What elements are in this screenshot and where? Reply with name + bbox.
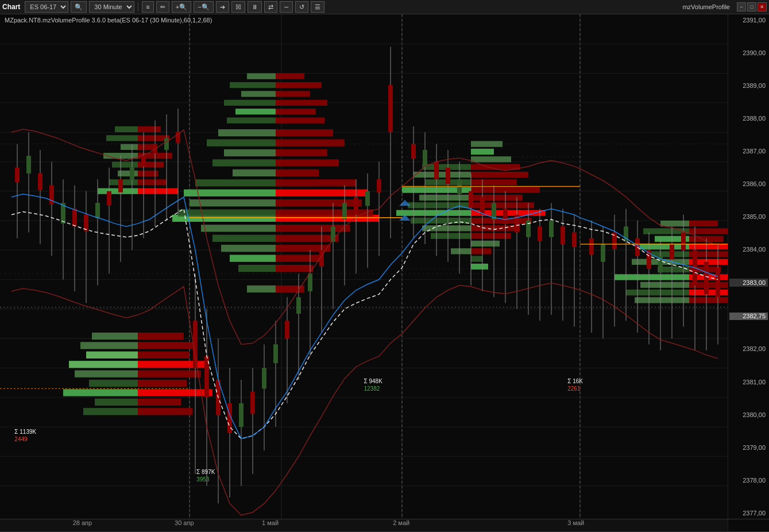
arrows-icon[interactable]: ⇄ xyxy=(264,1,277,13)
svg-rect-271 xyxy=(716,268,720,297)
price-current: 2382,75 xyxy=(729,313,768,319)
price-axis: 2391,00 2390,00 2389,00 2388,00 2387,00 … xyxy=(728,14,769,519)
chart-canvas xyxy=(0,14,728,519)
svg-rect-57 xyxy=(83,408,138,415)
svg-rect-76 xyxy=(276,159,339,166)
instrument-selector[interactable]: ES 06-17 xyxy=(25,1,68,13)
price-2378: 2378,00 xyxy=(729,477,768,484)
price-2377: 2377,00 xyxy=(729,510,768,516)
price-2390: 2390,00 xyxy=(729,49,768,56)
svg-rect-58 xyxy=(276,74,304,79)
svg-rect-89 xyxy=(178,210,276,217)
search-icon[interactable]: 🔍 xyxy=(71,1,87,13)
svg-rect-45 xyxy=(86,352,138,358)
svg-rect-195 xyxy=(262,368,266,388)
stat1-value: 2449 xyxy=(14,435,36,443)
svg-rect-33 xyxy=(112,161,138,167)
svg-rect-108 xyxy=(414,172,471,178)
svg-rect-155 xyxy=(26,156,31,174)
price-2389: 2389,00 xyxy=(729,82,768,89)
stat-session1: Σ 1139K 2449 xyxy=(14,428,36,443)
arrow-icon[interactable]: ➔ xyxy=(216,1,229,13)
svg-rect-55 xyxy=(95,399,138,406)
svg-rect-120 xyxy=(411,218,471,223)
svg-rect-247 xyxy=(572,233,577,248)
svg-rect-127 xyxy=(451,248,471,254)
svg-rect-100 xyxy=(276,286,304,292)
pencil-icon[interactable]: ✏ xyxy=(156,1,169,13)
svg-rect-87 xyxy=(190,199,276,206)
price-2379: 2379,00 xyxy=(729,444,768,451)
svg-rect-90 xyxy=(276,225,350,232)
stat3-volume: Σ 948K xyxy=(364,377,382,385)
svg-rect-109 xyxy=(471,179,517,185)
svg-rect-125 xyxy=(471,241,500,246)
svg-rect-61 xyxy=(230,82,276,88)
price-2383: 2383,00 xyxy=(729,279,768,287)
price-2384: 2384,00 xyxy=(729,246,768,253)
timeframe-selector[interactable]: 30 Minute xyxy=(89,1,134,13)
svg-rect-36 xyxy=(138,179,167,185)
date-30apr: 30 апр xyxy=(175,519,194,526)
svg-rect-129 xyxy=(471,264,488,269)
svg-rect-84 xyxy=(276,190,368,196)
svg-rect-263 xyxy=(670,244,674,260)
stat1-volume: Σ 1139K xyxy=(14,428,36,435)
separator-1 xyxy=(138,2,138,11)
date-28apr: 28 апр xyxy=(73,519,92,526)
svg-rect-203 xyxy=(308,273,312,291)
svg-rect-91 xyxy=(201,225,276,232)
svg-rect-211 xyxy=(354,197,358,215)
svg-rect-229 xyxy=(469,191,473,208)
svg-rect-67 xyxy=(235,109,276,114)
price-2382: 2382,00 xyxy=(729,345,768,352)
svg-rect-153 xyxy=(15,168,20,183)
chart-main[interactable]: MZpack.NT8.mzVolumeProfile 3.6.0 beta(ES… xyxy=(0,14,728,519)
stat2-volume: Σ 897K xyxy=(196,468,215,476)
svg-rect-93 xyxy=(212,235,276,242)
svg-rect-40 xyxy=(138,333,184,340)
svg-rect-43 xyxy=(80,342,138,349)
svg-rect-173 xyxy=(130,168,134,180)
wave-icon[interactable]: ∼ xyxy=(280,1,293,13)
svg-rect-73 xyxy=(207,139,276,146)
svg-rect-83 xyxy=(195,179,276,186)
svg-rect-66 xyxy=(276,109,316,114)
price-2381: 2381,00 xyxy=(729,379,768,385)
properties-icon[interactable]: ☒ xyxy=(231,1,245,13)
svg-rect-49 xyxy=(75,371,138,377)
price-2380: 2380,00 xyxy=(729,411,768,418)
close-button[interactable]: ✕ xyxy=(758,2,767,11)
zoom-out-icon[interactable]: −🔍 xyxy=(194,1,213,13)
date-2may: 2 май xyxy=(393,519,409,526)
svg-rect-104 xyxy=(471,156,511,162)
svg-rect-245 xyxy=(561,226,565,244)
svg-rect-96 xyxy=(276,255,322,261)
zoom-in-icon[interactable]: +🔍 xyxy=(172,1,191,13)
svg-rect-92 xyxy=(276,235,339,242)
maximize-button[interactable]: □ xyxy=(747,2,756,11)
svg-rect-60 xyxy=(276,82,322,88)
svg-rect-69 xyxy=(227,117,276,123)
svg-rect-130 xyxy=(689,221,718,226)
svg-rect-97 xyxy=(230,255,276,261)
svg-rect-243 xyxy=(549,221,554,237)
svg-rect-42 xyxy=(138,342,195,349)
minimize-button[interactable]: − xyxy=(737,2,746,11)
play-pause-icon[interactable]: ⏸ xyxy=(248,1,262,13)
svg-rect-219 xyxy=(411,144,416,159)
svg-rect-75 xyxy=(224,149,276,156)
svg-rect-54 xyxy=(138,399,181,406)
menu-icon[interactable]: ☰ xyxy=(311,1,324,13)
svg-rect-199 xyxy=(285,321,289,338)
svg-rect-175 xyxy=(141,156,146,166)
window-controls: − □ ✕ xyxy=(737,2,767,11)
bar-chart-icon[interactable]: ≡ xyxy=(142,1,153,13)
svg-rect-81 xyxy=(233,169,276,176)
svg-rect-209 xyxy=(342,203,347,219)
svg-rect-265 xyxy=(681,233,686,250)
svg-rect-149 xyxy=(626,290,689,295)
date-1may: 1 май xyxy=(262,519,279,526)
svg-rect-101 xyxy=(247,286,276,292)
refresh-icon[interactable]: ↺ xyxy=(295,1,308,13)
